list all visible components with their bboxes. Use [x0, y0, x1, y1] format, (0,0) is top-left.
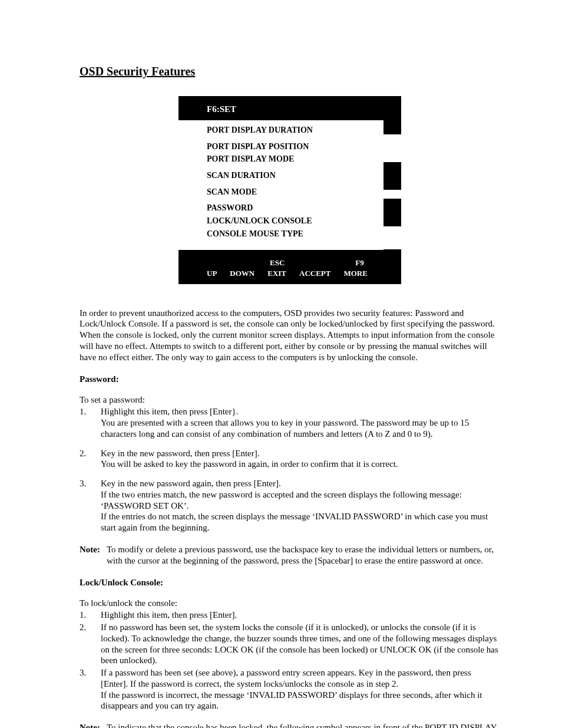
note-label: Note:	[80, 544, 107, 566]
list-item: Key in the new password, then press [Ent…	[80, 448, 500, 470]
osd-menu-list: PORT DISPLAY DURATION PORT DISPLAY POSIT…	[178, 120, 384, 250]
osd-key-down: DOWN	[230, 269, 254, 278]
lock-lead: To lock/unlock the console:	[80, 598, 500, 608]
list-item: If a password has been set (see above), …	[80, 667, 500, 711]
osd-menu-item[interactable]: SCAN DURATION	[207, 169, 384, 182]
osd-key-accept: ACCEPT	[299, 269, 330, 278]
osd-header: F6:SET	[178, 96, 401, 120]
osd-scrollbar[interactable]	[384, 120, 401, 250]
osd-panel: F6:SET PORT DISPLAY DURATION PORT DISPLA…	[178, 96, 401, 284]
intro-paragraph: In order to prevent unauthorized access …	[80, 308, 500, 363]
osd-footer: ESC F9 UP DOWN EXIT ACCEPT MORE	[178, 250, 401, 284]
list-item: Highlight this item, then press [Enter].	[80, 610, 500, 621]
osd-key-exit: EXIT	[267, 269, 286, 278]
password-heading: Password:	[80, 374, 500, 384]
osd-key-f9: F9	[355, 258, 363, 268]
osd-menu-item[interactable]: LOCK/UNLOCK CONSOLE	[207, 215, 384, 228]
list-item: Highlight this item, then press [Enter}.…	[80, 406, 500, 439]
osd-menu-item[interactable]: PORT DISPLAY MODE	[207, 153, 384, 166]
osd-key-up: UP	[207, 269, 217, 278]
note-text: To indicate that the console has been lo…	[107, 722, 500, 728]
osd-menu-item[interactable]: CONSOLE MOUSE TYPE	[207, 228, 384, 241]
osd-menu-item[interactable]: PORT DISPLAY POSITION	[207, 140, 384, 153]
password-note: Note: To modify or delete a previous pas…	[80, 544, 500, 566]
lock-heading: Lock/Unlock Console:	[80, 578, 500, 588]
list-item: Key in the new password again, then pres…	[80, 478, 500, 533]
note-text: To modify or delete a previous password,…	[107, 544, 500, 566]
osd-key-esc: ESC	[270, 258, 285, 268]
osd-menu-item[interactable]: PORT DISPLAY DURATION	[207, 124, 384, 137]
page-title: OSD Security Features	[80, 65, 500, 78]
lock-steps: Highlight this item, then press [Enter].…	[80, 610, 500, 711]
note-label: Note:	[80, 722, 107, 728]
password-steps: Highlight this item, then press [Enter}.…	[80, 406, 500, 533]
password-lead: To set a password:	[80, 395, 500, 405]
lock-note: Note: To indicate that the console has b…	[80, 722, 500, 728]
osd-key-more: MORE	[343, 269, 367, 278]
osd-menu-item[interactable]: PASSWORD	[207, 202, 384, 215]
list-item: If no password has been set, the system …	[80, 622, 500, 666]
osd-menu-item[interactable]: SCAN MODE	[207, 186, 384, 199]
